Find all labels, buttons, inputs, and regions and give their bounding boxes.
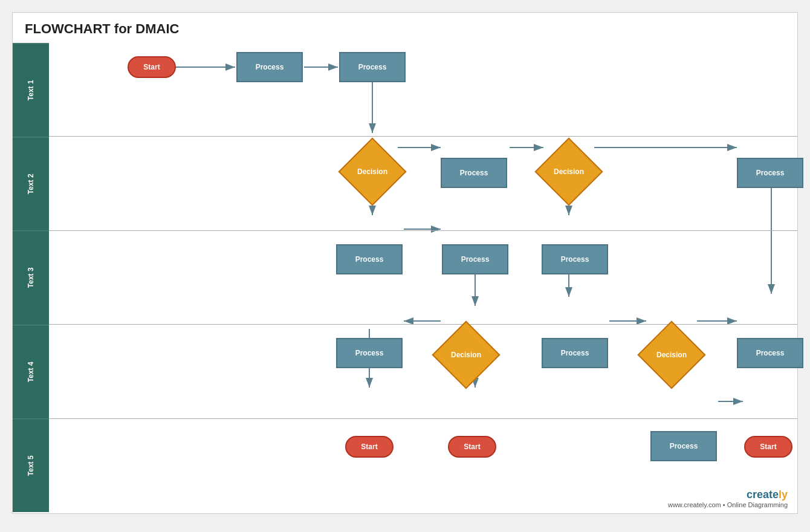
swim-label-3: Text 3	[13, 230, 49, 324]
creately-footer: creately www.creately.com • Online Diagr…	[668, 488, 788, 508]
decision-node-3[interactable]: Decision	[432, 321, 500, 389]
process-node-1[interactable]: Process	[236, 52, 303, 82]
swim-lane-3: Process Process Process	[49, 231, 797, 325]
start-node-2[interactable]: Start	[345, 436, 394, 458]
process-node-8[interactable]: Process	[336, 338, 403, 368]
swim-label-5: Text 5	[13, 418, 49, 512]
swim-label-2: Text 2	[13, 137, 49, 230]
process-node-6[interactable]: Process	[442, 244, 508, 274]
start-node-3[interactable]: Start	[448, 436, 496, 458]
process-node-3[interactable]: Process	[441, 158, 507, 188]
page: FLOWCHART for DMAIC Text 1 Text 2 Text 3…	[12, 12, 798, 514]
page-title: FLOWCHART for DMAIC	[13, 13, 797, 43]
swim-lanes: Start Process Process Decision Process	[49, 43, 797, 512]
process-node-11[interactable]: Process	[650, 431, 717, 461]
swim-lane-2: Decision Process Decision Process	[49, 137, 797, 230]
creately-site: www.creately.com • Online Diagramming	[668, 501, 788, 508]
decision-node-2[interactable]: Decision	[534, 138, 603, 206]
decision-node-4[interactable]: Decision	[637, 321, 705, 389]
process-node-7[interactable]: Process	[542, 244, 608, 274]
process-node-4[interactable]: Process	[737, 158, 803, 188]
process-node-5[interactable]: Process	[336, 244, 403, 274]
creately-brand: creately	[668, 488, 788, 501]
swim-label-1: Text 1	[13, 43, 49, 137]
swim-lane-1: Start Process Process	[49, 43, 797, 137]
swim-lane-4: Process Decision Process Decision Proces…	[49, 325, 797, 418]
diagram-area: Text 1 Text 2 Text 3 Text 4 Text 5	[13, 43, 797, 512]
process-node-10[interactable]: Process	[737, 338, 803, 368]
decision-node-1[interactable]: Decision	[338, 138, 406, 206]
swim-label-4: Text 4	[13, 325, 49, 418]
swim-labels: Text 1 Text 2 Text 3 Text 4 Text 5	[13, 43, 49, 512]
process-node-9[interactable]: Process	[542, 338, 608, 368]
start-node-1[interactable]: Start	[128, 56, 176, 78]
process-node-2[interactable]: Process	[339, 52, 406, 82]
start-node-4[interactable]: Start	[744, 436, 792, 458]
